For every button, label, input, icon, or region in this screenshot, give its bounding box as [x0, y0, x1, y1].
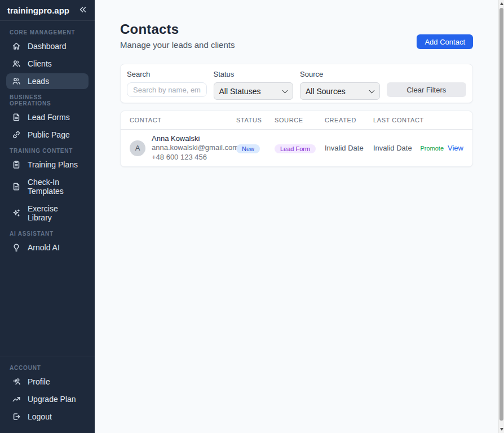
- status-cell: New: [236, 143, 275, 153]
- sidebar-item-check-in-templates[interactable]: Check-In Templates: [6, 174, 89, 199]
- clipboard-icon: [12, 160, 21, 169]
- sidebar-header: trainingpro.app: [0, 0, 95, 21]
- contacts-table: CONTACT STATUS SOURCE CREATED LAST CONTA…: [120, 111, 473, 167]
- promote-link[interactable]: Promote: [420, 145, 444, 152]
- clear-filters-group: Clear Filters: [387, 70, 467, 97]
- page-header: Contacts Manage your leads and clients A…: [120, 21, 473, 50]
- column-header-status: STATUS: [236, 111, 275, 129]
- sidebar-item-lead-forms[interactable]: Lead Forms: [6, 109, 89, 125]
- user-icon: [12, 377, 21, 386]
- page-subtitle: Manage your leads and clients: [120, 40, 235, 50]
- sidebar-item-label: Clients: [28, 59, 52, 68]
- sidebar-nav: CORE MANAGEMENT Dashboard Clients Leads …: [0, 21, 95, 356]
- collapse-sidebar-button[interactable]: [78, 5, 87, 16]
- sidebar-item-profile[interactable]: Profile: [6, 374, 89, 390]
- sidebar-item-upgrade-plan[interactable]: Upgrade Plan: [6, 391, 89, 407]
- app-title: trainingpro.app: [7, 6, 69, 15]
- search-label: Search: [127, 70, 207, 78]
- source-filter-group: Source All Sources: [300, 70, 380, 97]
- sidebar-item-leads[interactable]: Leads: [6, 73, 89, 89]
- sidebar-item-dashboard[interactable]: Dashboard: [6, 38, 89, 54]
- contact-email: anna.kowalski@gmail.com: [152, 143, 238, 153]
- status-filter-group: Status All Statuses: [214, 70, 294, 97]
- sidebar-item-exercise-library[interactable]: Exercise Library: [6, 201, 89, 226]
- source-select[interactable]: All Sources: [300, 82, 380, 100]
- users-icon: [12, 77, 21, 86]
- sidebar-item-label: Exercise Library: [28, 204, 83, 222]
- avatar: A: [130, 140, 145, 156]
- filters-card: Search Status All Statuses Source All So…: [120, 64, 473, 103]
- table-header-row: CONTACT STATUS SOURCE CREATED LAST CONTA…: [121, 111, 472, 130]
- sidebar-footer: ACCOUNT Profile Upgrade Plan Logout: [0, 356, 95, 433]
- page-header-text: Contacts Manage your leads and clients: [120, 21, 235, 50]
- sidebar-item-label: Public Page: [28, 130, 70, 139]
- chevron-double-left-icon: [78, 5, 87, 16]
- sidebar-item-logout[interactable]: Logout: [6, 409, 89, 425]
- last-contact-cell: Invalid Date: [373, 144, 420, 152]
- sidebar-item-label: Logout: [28, 412, 52, 421]
- source-select-wrap: All Sources: [300, 82, 380, 100]
- document-icon: [12, 182, 21, 191]
- status-select-wrap: All Statuses: [214, 82, 294, 100]
- lightbulb-icon: [12, 243, 21, 252]
- section-label-ai-assistant: AI ASSISTANT: [10, 231, 85, 237]
- contact-phone: +48 600 123 456: [152, 153, 238, 162]
- actions-cell: Promote View: [420, 144, 463, 152]
- sidebar-item-label: Lead Forms: [28, 113, 70, 122]
- section-label-core-management: CORE MANAGEMENT: [10, 29, 85, 36]
- sidebar-item-label: Dashboard: [28, 42, 67, 51]
- search-input[interactable]: [127, 82, 207, 97]
- logout-icon: [12, 412, 21, 421]
- sidebar: trainingpro.app CORE MANAGEMENT Dashboar…: [0, 0, 95, 433]
- trending-up-icon: [12, 395, 21, 404]
- sidebar-item-label: Leads: [28, 77, 49, 86]
- scrollbar-up-arrow[interactable]: [500, 2, 503, 5]
- source-badge: Lead Form: [275, 144, 316, 153]
- column-header-last-contact: LAST CONTACT: [373, 111, 463, 129]
- clear-filters-button[interactable]: Clear Filters: [387, 82, 467, 97]
- sidebar-item-label: Check-In Templates: [28, 178, 83, 196]
- contact-name: Anna Kowalski: [152, 134, 238, 144]
- sidebar-item-label: Arnold AI: [28, 243, 60, 252]
- section-label-business-operations: BUSINESS OPERATIONS: [10, 94, 85, 107]
- main-content: Contacts Manage your leads and clients A…: [95, 0, 504, 433]
- sidebar-item-arnold-ai[interactable]: Arnold AI: [6, 240, 89, 255]
- home-icon: [12, 42, 21, 51]
- sidebar-item-training-plans[interactable]: Training Plans: [6, 157, 89, 173]
- scrollbar-down-arrow[interactable]: [500, 428, 503, 431]
- sidebar-item-public-page[interactable]: Public Page: [6, 127, 89, 143]
- column-header-created: CREATED: [325, 111, 373, 129]
- sidebar-item-label: Profile: [28, 377, 50, 386]
- page-title: Contacts: [120, 21, 235, 37]
- contact-details: Anna Kowalski anna.kowalski@gmail.com +4…: [152, 134, 238, 162]
- scrollbar-thumb[interactable]: [499, 8, 503, 421]
- contact-cell: A Anna Kowalski anna.kowalski@gmail.com …: [130, 134, 236, 162]
- sidebar-item-label: Upgrade Plan: [28, 395, 76, 404]
- sidebar-item-clients[interactable]: Clients: [6, 56, 89, 72]
- status-badge: New: [236, 144, 260, 153]
- document-icon: [12, 113, 21, 122]
- view-link[interactable]: View: [448, 144, 463, 152]
- column-header-source: SOURCE: [275, 111, 325, 129]
- section-label-training-content: TRAINING CONTENT: [10, 148, 85, 154]
- sparkles-icon: [12, 209, 21, 218]
- search-filter-group: Search: [127, 70, 207, 97]
- sidebar-item-label: Training Plans: [28, 160, 78, 169]
- column-header-contact: CONTACT: [130, 111, 236, 129]
- vertical-scrollbar[interactable]: [498, 0, 504, 433]
- status-label: Status: [214, 70, 294, 78]
- created-cell: Invalid Date: [325, 144, 373, 152]
- section-label-account: ACCOUNT: [10, 365, 85, 371]
- source-cell: Lead Form: [275, 143, 325, 153]
- status-select[interactable]: All Statuses: [214, 82, 294, 100]
- source-label: Source: [300, 70, 380, 78]
- add-contact-button[interactable]: Add Contact: [417, 34, 473, 49]
- table-row[interactable]: A Anna Kowalski anna.kowalski@gmail.com …: [121, 130, 472, 166]
- link-icon: [12, 130, 21, 139]
- users-icon: [12, 59, 21, 68]
